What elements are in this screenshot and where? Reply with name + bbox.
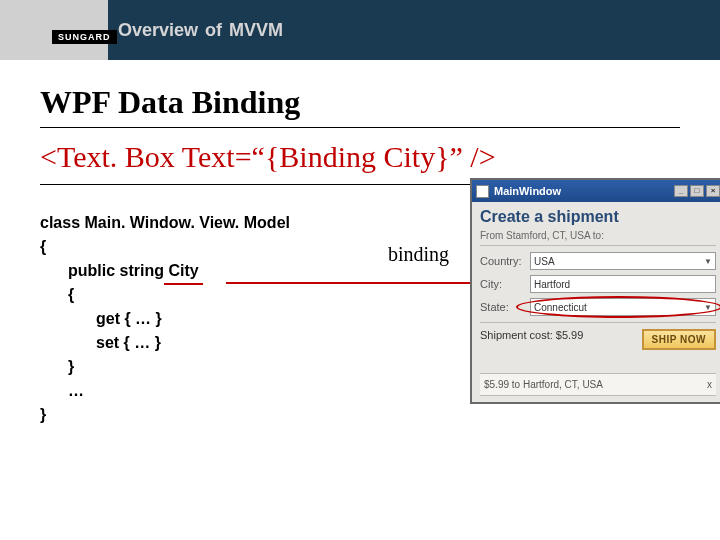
- dialog-body: Create a shipment From Stamford, CT, USA…: [472, 202, 720, 402]
- form-heading: Create a shipment: [480, 208, 716, 226]
- code-line: …: [40, 379, 340, 403]
- code-line: }: [40, 403, 340, 427]
- code-line: get { … }: [40, 307, 340, 331]
- row-country: Country: USA▼: [480, 252, 716, 270]
- label-city: City:: [480, 278, 524, 290]
- form-subheading: From Stamford, CT, USA to:: [480, 230, 716, 246]
- slide-header: SUNGARD Overview of MVVM: [0, 0, 720, 60]
- maximize-button[interactable]: □: [690, 185, 704, 197]
- row-city: City: Hartford: [480, 275, 716, 293]
- chevron-down-icon: ▼: [704, 257, 712, 266]
- close-button[interactable]: ×: [706, 185, 720, 197]
- code-line: {: [40, 283, 340, 307]
- code-line: {: [40, 235, 340, 259]
- city-property: City: [168, 259, 198, 283]
- binding-connector: [226, 282, 500, 284]
- select-state[interactable]: Connecticut▼: [530, 298, 716, 316]
- label-state: State:: [480, 301, 524, 313]
- window-buttons: _ □ ×: [674, 185, 720, 197]
- label-country: Country:: [480, 255, 524, 267]
- code-block: class Main. Window. View. Model { public…: [40, 211, 340, 427]
- brand-logo: SUNGARD: [52, 30, 117, 44]
- row-result: $5.99 to Hartford, CT, USA x: [480, 373, 716, 396]
- dialog-title: MainWindow: [494, 185, 561, 197]
- window-icon: [476, 185, 489, 198]
- select-country[interactable]: USA▼: [530, 252, 716, 270]
- result-text: $5.99 to Hartford, CT, USA: [484, 379, 603, 390]
- code-line: set { … }: [40, 331, 340, 355]
- input-city[interactable]: Hartford: [530, 275, 716, 293]
- slide-heading: WPF Data Binding: [40, 84, 680, 128]
- binding-label: binding: [388, 243, 449, 266]
- row-cost: Shipment cost: $5.99 SHIP NOW: [480, 322, 716, 347]
- row-state: State: Connecticut▼: [480, 298, 716, 316]
- close-icon[interactable]: x: [707, 379, 712, 390]
- minimize-button[interactable]: _: [674, 185, 688, 197]
- header-title: Overview of MVVM: [118, 20, 283, 41]
- code-line: public string City: [40, 259, 340, 283]
- chevron-down-icon: ▼: [704, 303, 712, 312]
- dialog-titlebar[interactable]: MainWindow _ □ ×: [472, 180, 720, 202]
- dialog-mainwindow: MainWindow _ □ × Create a shipment From …: [470, 178, 720, 404]
- ship-now-button[interactable]: SHIP NOW: [642, 329, 716, 350]
- cost-label: Shipment cost: $5.99: [480, 329, 583, 341]
- code-line: class Main. Window. View. Model: [40, 211, 340, 235]
- code-line: }: [40, 355, 340, 379]
